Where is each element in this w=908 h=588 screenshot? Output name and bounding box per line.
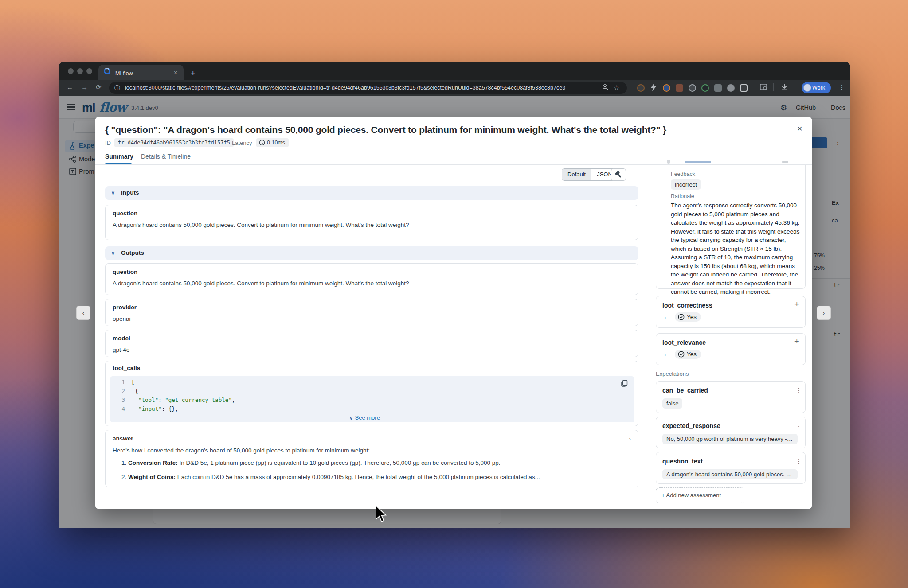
brush-extension-icon[interactable]	[676, 84, 683, 92]
address-bar[interactable]: localhost:3000/static-files#/experiments…	[109, 82, 627, 94]
tab-details-timeline[interactable]: Details & Timeline	[141, 153, 191, 160]
item-text: In D&D 5e, 1 platinum piece (pp) is equi…	[178, 459, 501, 466]
tool-calls-code-block: 1[ 2{ 3"tool": "get_currency_table", 4"i…	[110, 376, 634, 422]
output-tool-calls-card: tool_calls 1[ 2{ 3"tool": "get_currency_…	[105, 361, 638, 426]
judge-name: loot_correctness	[662, 302, 712, 309]
previous-record-button[interactable]: ‹	[76, 306, 90, 320]
expectation-name: can_be_carried	[662, 387, 708, 394]
trace-id-chip[interactable]: tr-d4de94df46ab961553c3b3fc3fd157f5	[114, 138, 234, 147]
close-icon[interactable]: ×	[797, 124, 802, 134]
add-assessment-button[interactable]: + Add new assessment	[656, 487, 744, 503]
clipped-assessment-row	[667, 160, 670, 164]
check-circle-icon	[678, 351, 685, 358]
check-circle-icon	[678, 314, 685, 320]
field-value: A dragon's hoard contains 50,000 gold pi…	[113, 280, 627, 287]
answer-item: 1. Conversion Rate: In D&D 5e, 1 platinu…	[121, 459, 501, 466]
view-toggle-default[interactable]: Default	[562, 169, 591, 180]
add-icon[interactable]: +	[794, 337, 799, 347]
tab-close-icon[interactable]: ×	[174, 69, 177, 76]
browser-tab[interactable]	[98, 65, 184, 80]
traffic-light-minimize[interactable]	[77, 68, 83, 74]
feedback-label: Feedback	[671, 171, 695, 177]
copy-icon[interactable]	[621, 380, 628, 389]
id-label: ID	[105, 140, 111, 146]
kebab-menu-icon[interactable]: ⋮	[796, 422, 802, 429]
devtools-icon[interactable]	[760, 83, 768, 93]
expectation-card-expected-response: expected_response ⋮ No, 50,000 gp worth …	[656, 417, 806, 448]
item-bold: Weight of Coins:	[128, 474, 176, 480]
answer-intro: Here's how I converted the dragon's hoar…	[113, 447, 627, 454]
zoom-page-icon[interactable]	[602, 84, 609, 93]
code-key: "tool"	[131, 397, 158, 403]
check-extension-icon[interactable]	[663, 84, 670, 92]
bookmark-star-icon[interactable]: ☆	[614, 84, 619, 92]
judge-card-loot-correctness: loot_correctness + › Yes	[656, 296, 806, 328]
clock-icon	[259, 140, 265, 148]
field-value: A dragon's hoard contains 50,000 gold pi…	[113, 222, 627, 228]
tab-summary[interactable]: Summary	[105, 153, 133, 160]
next-record-button[interactable]: ›	[817, 306, 831, 320]
assessment-gavel-button[interactable]	[611, 168, 626, 181]
profile-avatar	[803, 84, 811, 92]
code-punct: ,	[232, 397, 235, 403]
code-text: {	[131, 388, 138, 394]
expectation-value-pill: false	[662, 398, 682, 409]
toolbar-divider	[754, 83, 754, 91]
expectation-name: question_text	[662, 458, 703, 465]
output-provider-card: provider openai	[105, 299, 638, 326]
add-icon[interactable]: +	[794, 300, 799, 309]
traffic-light-zoom[interactable]	[86, 68, 92, 74]
chevron-down-icon: ∨	[111, 190, 115, 196]
code-key: "input"	[131, 405, 162, 412]
profile-label: Work	[812, 85, 825, 91]
latency-value: 0.10ms	[267, 140, 285, 146]
new-tab-button[interactable]: +	[191, 69, 196, 78]
ring-extension-icon[interactable]	[701, 84, 709, 92]
chevron-right-icon[interactable]: ›	[664, 351, 666, 358]
item-bold: Conversion Rate:	[128, 459, 178, 466]
expectation-name: expected_response	[662, 422, 720, 429]
forward-icon[interactable]: →	[81, 83, 88, 91]
lightning-extension-icon[interactable]	[650, 83, 657, 93]
back-icon[interactable]: ←	[67, 83, 73, 91]
globe-extension-icon[interactable]	[727, 84, 735, 92]
chevron-down-icon: ∨	[349, 415, 353, 421]
outputs-section-header[interactable]: ∨ Outputs	[105, 246, 638, 260]
field-value: openai	[113, 315, 627, 322]
expectation-value-pill: A dragon's hoard contains 50,000 gold pi…	[662, 469, 798, 479]
kebab-menu-icon[interactable]: ⋮	[796, 387, 802, 394]
traffic-light-close[interactable]	[68, 68, 74, 74]
expectation-value-pill: No, 50,000 gp worth of platinum is very …	[662, 434, 798, 444]
expectation-card-can-be-carried: can_be_carried ⋮ false	[656, 381, 806, 413]
judge-value-pill[interactable]: Yes	[675, 350, 701, 359]
output-model-card: model gpt-4o	[105, 330, 638, 357]
latency-label: Latency	[232, 140, 252, 146]
judge-card-loot-relevance: loot_relevance + › Yes	[656, 333, 806, 365]
field-label: provider	[113, 304, 137, 311]
shield-extension-icon[interactable]	[714, 84, 722, 92]
extensions-puzzle-icon[interactable]	[740, 84, 748, 92]
kebab-menu-icon[interactable]: ⋮	[796, 458, 802, 465]
expectations-label: Expectations	[656, 370, 689, 377]
code-punct: ,	[175, 405, 179, 412]
clipped-assessment-row	[685, 161, 711, 163]
toolbar-divider-2	[773, 83, 774, 91]
see-more-link[interactable]: ∨ See more	[349, 413, 380, 421]
modal-title: { "question": "A dragon's hoard contains…	[105, 125, 797, 135]
atom-extension-icon[interactable]	[689, 84, 696, 92]
feedback-value-pill: incorrect	[671, 179, 701, 190]
site-info-icon[interactable]: ⓘ	[114, 84, 120, 92]
mlflow-favicon-icon	[104, 68, 110, 74]
reload-icon[interactable]: ⟳	[96, 83, 102, 91]
line-number: 2	[114, 388, 125, 394]
inputs-section-header[interactable]: ∨ Inputs	[105, 186, 638, 200]
line-number: 4	[114, 405, 125, 412]
chevron-right-icon[interactable]: ›	[664, 314, 666, 321]
rationale-label: Rationale	[671, 193, 694, 199]
extension-icon-1[interactable]	[637, 84, 645, 92]
browser-menu-icon[interactable]: ⋮	[839, 83, 845, 90]
download-icon[interactable]	[780, 83, 788, 93]
judge-value-pill[interactable]: Yes	[675, 312, 701, 322]
output-answer-card: answer › Here's how I converted the drag…	[105, 430, 638, 487]
expand-answer-icon[interactable]: ›	[629, 435, 631, 442]
